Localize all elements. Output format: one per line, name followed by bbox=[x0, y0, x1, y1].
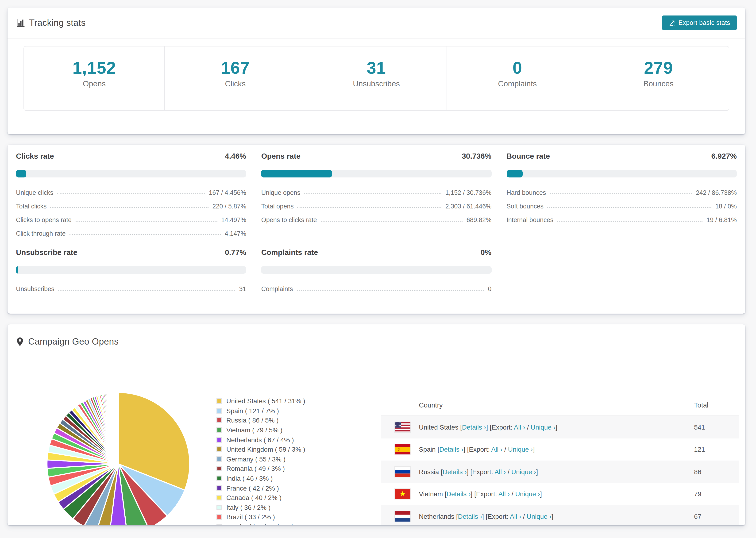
rate-value: 4.46% bbox=[225, 152, 246, 161]
rates-card: Clicks rate4.46%Unique clicks167 / 4.456… bbox=[8, 144, 745, 314]
export-unique-link[interactable]: Unique › bbox=[508, 446, 533, 453]
legend-swatch bbox=[216, 476, 222, 481]
legend-item-south-africa[interactable]: South Africa ( 29 / 2% ) bbox=[216, 522, 305, 525]
location-pin-icon bbox=[16, 337, 24, 346]
dotted-leader bbox=[75, 221, 217, 222]
legend-label: Netherlands ( 67 / 4% ) bbox=[226, 436, 294, 443]
legend-label: United States ( 541 / 31% ) bbox=[226, 398, 305, 405]
legend-item-italy[interactable]: Italy ( 36 / 2% ) bbox=[216, 503, 305, 512]
details-link[interactable]: Details › bbox=[462, 423, 486, 431]
country-cell: United States [Details ›] [Export: All ›… bbox=[419, 423, 557, 431]
legend-item-germany[interactable]: Germany ( 55 / 3% ) bbox=[216, 454, 305, 464]
rate-title: Unsubscribe rate bbox=[16, 248, 77, 257]
dotted-leader bbox=[304, 193, 441, 194]
dotted-leader bbox=[57, 193, 205, 194]
rate-value: 30.736% bbox=[462, 152, 491, 161]
geo-table-row-spain: Spain [Details ›] [Export: All › / Uniqu… bbox=[381, 438, 739, 460]
export-basic-stats-button[interactable]: Export basic stats bbox=[662, 16, 737, 30]
geo-pie-legend: United States ( 541 / 31% )Spain ( 121 /… bbox=[216, 396, 305, 525]
geo-table-row-vietnam: Vietnam [Details ›] [Export: All › / Uni… bbox=[381, 483, 739, 505]
stat-value: 0 bbox=[447, 59, 588, 77]
summary-stats-box: 1,152Opens167Clicks31Unsubscribes0Compla… bbox=[24, 46, 729, 111]
dotted-leader bbox=[550, 193, 692, 194]
details-link[interactable]: Details › bbox=[447, 490, 471, 498]
legend-item-india[interactable]: India ( 46 / 3% ) bbox=[216, 474, 305, 483]
rate-row-clicks-to-opens-rate: Clicks to opens rate14.497% bbox=[16, 213, 246, 224]
export-all-link[interactable]: All › bbox=[491, 446, 503, 453]
legend-item-russia[interactable]: Russia ( 86 / 5% ) bbox=[216, 415, 305, 425]
legend-swatch bbox=[216, 495, 222, 501]
rate-row-opens-to-clicks-rate: Opens to clicks rate689.82% bbox=[261, 213, 492, 224]
legend-item-france[interactable]: France ( 42 / 2% ) bbox=[216, 483, 305, 493]
legend-item-brazil[interactable]: Brazil ( 33 / 2% ) bbox=[216, 512, 305, 522]
rate-block-clicks-rate: Clicks rate4.46%Unique clicks167 / 4.456… bbox=[16, 152, 246, 241]
legend-swatch bbox=[216, 485, 222, 491]
legend-swatch bbox=[216, 456, 222, 462]
export-unique-link[interactable]: Unique › bbox=[515, 490, 540, 498]
rate-progress-track bbox=[261, 170, 492, 178]
legend-label: Spain ( 121 / 7% ) bbox=[226, 407, 279, 414]
rate-progress-fill bbox=[261, 170, 332, 178]
rate-progress-fill bbox=[16, 266, 18, 274]
dotted-leader bbox=[547, 207, 712, 208]
details-link[interactable]: Details › bbox=[458, 512, 482, 520]
total-cell: 541 bbox=[694, 423, 705, 431]
legend-item-united-kingdom[interactable]: United Kingdom ( 59 / 3% ) bbox=[216, 445, 305, 454]
tracking-stats-card: Tracking stats Export basic stats 1,152O… bbox=[8, 8, 745, 134]
geo-table-row-united-states: United States [Details ›] [Export: All ›… bbox=[381, 416, 739, 438]
legend-label: Russia ( 86 / 5% ) bbox=[226, 417, 279, 424]
legend-swatch bbox=[216, 466, 222, 471]
details-link[interactable]: Details › bbox=[443, 468, 467, 476]
country-cell: Netherlands [Details ›] [Export: All › /… bbox=[419, 512, 553, 520]
legend-label: South Africa ( 29 / 2% ) bbox=[226, 523, 294, 525]
legend-item-canada[interactable]: Canada ( 40 / 2% ) bbox=[216, 493, 305, 503]
dotted-leader bbox=[50, 207, 209, 208]
rate-value: 6.927% bbox=[711, 152, 737, 161]
geo-table-header: Country Total bbox=[381, 394, 739, 416]
legend-item-united-states[interactable]: United States ( 541 / 31% ) bbox=[216, 396, 305, 406]
country-cell: Vietnam [Details ›] [Export: All › / Uni… bbox=[419, 490, 542, 498]
export-unique-link[interactable]: Unique › bbox=[512, 468, 536, 476]
export-all-link[interactable]: All › bbox=[495, 468, 506, 476]
dotted-leader bbox=[321, 221, 463, 222]
stat-label: Complaints bbox=[447, 79, 588, 88]
total-cell: 121 bbox=[694, 446, 705, 453]
total-cell: 67 bbox=[694, 512, 701, 520]
legend-item-romania[interactable]: Romania ( 49 / 3% ) bbox=[216, 464, 305, 473]
rate-row-hard-bounces: Hard bounces242 / 86.738% bbox=[507, 186, 737, 196]
stat-cell-opens: 1,152Opens bbox=[24, 46, 165, 110]
stat-cell-clicks: 167Clicks bbox=[165, 46, 306, 110]
details-link[interactable]: Details › bbox=[439, 446, 463, 453]
legend-item-netherlands[interactable]: Netherlands ( 67 / 4% ) bbox=[216, 435, 305, 445]
rate-progress-fill bbox=[507, 170, 522, 178]
export-all-link[interactable]: All › bbox=[514, 423, 525, 431]
pie-slice bbox=[118, 393, 118, 464]
rate-row-soft-bounces: Soft bounces18 / 0% bbox=[507, 199, 737, 210]
legend-swatch bbox=[216, 398, 222, 404]
legend-label: Canada ( 40 / 2% ) bbox=[226, 494, 282, 501]
legend-label: India ( 46 / 3% ) bbox=[226, 475, 273, 482]
geo-header: Campaign Geo Opens bbox=[8, 324, 745, 359]
total-cell: 79 bbox=[694, 490, 701, 498]
rate-row-complaints: Complaints0 bbox=[261, 282, 492, 293]
export-unique-link[interactable]: Unique › bbox=[527, 512, 552, 520]
flag-icon-vn bbox=[395, 489, 410, 499]
legend-swatch bbox=[216, 427, 222, 433]
legend-item-spain[interactable]: Spain ( 121 / 7% ) bbox=[216, 406, 305, 415]
rate-progress-track bbox=[507, 170, 737, 178]
export-all-link[interactable]: All › bbox=[510, 512, 521, 520]
rates-grid: Clicks rate4.46%Unique clicks167 / 4.456… bbox=[8, 144, 745, 303]
stat-cell-bounces: 279Bounces bbox=[588, 46, 729, 110]
rate-progress-fill bbox=[16, 170, 26, 178]
geo-table-row-netherlands: Netherlands [Details ›] [Export: All › /… bbox=[381, 505, 739, 525]
legend-swatch bbox=[216, 514, 222, 520]
rate-progress-track bbox=[16, 170, 246, 178]
rate-row-total-clicks: Total clicks220 / 5.87% bbox=[16, 199, 246, 210]
export-all-link[interactable]: All › bbox=[499, 490, 510, 498]
bar-chart-icon bbox=[16, 18, 25, 27]
dotted-leader bbox=[297, 290, 484, 291]
legend-item-vietnam[interactable]: Vietnam ( 79 / 5% ) bbox=[216, 425, 305, 435]
export-unique-link[interactable]: Unique › bbox=[531, 423, 556, 431]
legend-swatch bbox=[216, 437, 222, 443]
legend-label: Germany ( 55 / 3% ) bbox=[226, 456, 286, 463]
